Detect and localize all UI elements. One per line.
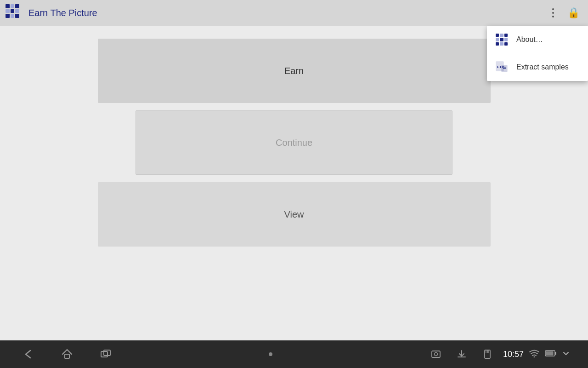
extract-samples-label: Extract samples [516,63,569,71]
about-icon [494,32,509,47]
svg-rect-16 [555,352,556,355]
continue-button[interactable]: Continue [136,110,452,175]
recents-button[interactable] [96,344,116,364]
earn-label: Earn [284,66,304,76]
dropdown-menu: About… ETP Extract samples [487,26,588,81]
home-button[interactable] [57,344,77,364]
app-icon [6,4,23,22]
svg-point-14 [533,356,535,357]
earn-button[interactable]: Earn [98,39,491,103]
continue-label: Continue [276,138,312,148]
status-time: 10:57 [503,350,524,359]
nav-center-dot [269,352,272,356]
expand-icon [562,350,570,359]
action-bar: Earn The Picture 🔒 [0,0,588,26]
wifi-icon [529,349,539,360]
back-button[interactable] [18,344,39,364]
nav-center [269,352,272,356]
svg-rect-8 [432,351,440,357]
nav-left-group [18,344,116,364]
battery-icon [545,350,557,359]
screenshot-icon [426,344,446,364]
overflow-menu-button[interactable] [544,4,562,22]
extract-icon: ETP [494,60,509,75]
status-bar-right: 10:57 [426,344,570,364]
about-label: About… [516,35,543,44]
download-icon [452,344,472,364]
view-button[interactable]: View [98,182,491,247]
sdcard-icon [477,344,498,364]
more-vertical-icon [552,8,554,17]
view-label: View [284,209,304,220]
lock-button[interactable]: 🔒 [564,4,582,22]
svg-point-9 [434,353,437,356]
about-menu-item[interactable]: About… [487,26,588,53]
svg-rect-5 [65,354,69,358]
lock-icon: 🔒 [567,7,580,19]
extract-samples-menu-item[interactable]: ETP Extract samples [487,53,588,81]
navigation-bar: 10:57 [0,340,588,368]
app-title: Earn The Picture [28,8,544,18]
svg-rect-17 [546,351,553,356]
